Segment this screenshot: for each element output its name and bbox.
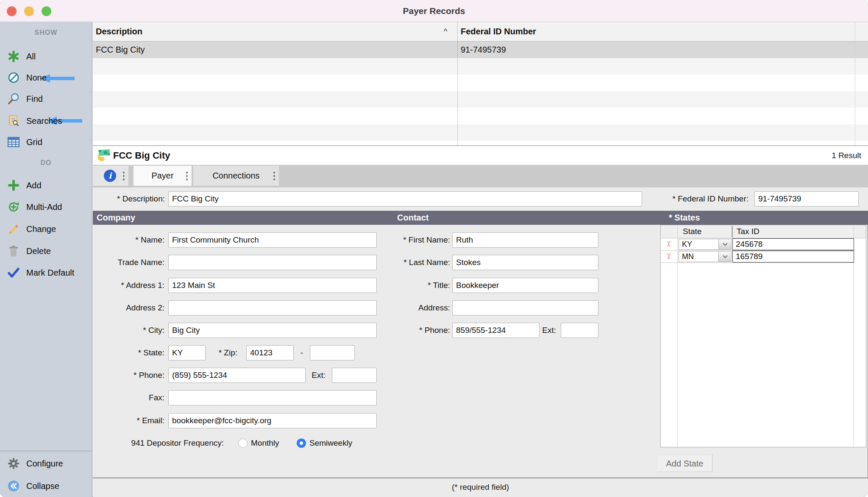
- sidebar-item-grid[interactable]: Grid: [0, 134, 92, 151]
- description-label: * Description:: [97, 191, 165, 207]
- sidebar-item-multi-add[interactable]: Multi-Add: [0, 198, 92, 215]
- states-table-header: State Tax ID: [661, 225, 866, 238]
- sidebar-divider: [0, 451, 92, 451]
- chevron-down-icon: [718, 239, 731, 249]
- tab-payer[interactable]: Payer: [134, 166, 192, 186]
- search-icon: [6, 92, 21, 106]
- radio-monthly[interactable]: [238, 438, 248, 448]
- radio-semiweekly[interactable]: [297, 438, 306, 448]
- sidebar-item-label: Mark Default: [26, 268, 74, 278]
- state-select-value: KY: [679, 239, 718, 249]
- zip-input[interactable]: [246, 345, 294, 360]
- asterisk-icon: [6, 49, 21, 64]
- company-ext-input[interactable]: [332, 368, 377, 383]
- sidebar-item-label: All: [26, 52, 36, 61]
- column-divider[interactable]: [457, 22, 458, 145]
- cell-federal-id: 91-7495739: [461, 42, 506, 58]
- address2-input[interactable]: [168, 300, 377, 316]
- none-icon: [6, 70, 21, 85]
- tax-id-input[interactable]: [732, 238, 854, 250]
- collapse-icon: [6, 479, 21, 493]
- sidebar-item-label: Grid: [26, 137, 42, 147]
- remove-state-icon[interactable]: ✂: [664, 251, 674, 262]
- results-table-header: Description ^ Federal ID Number: [93, 22, 868, 42]
- tax-id-input[interactable]: [732, 251, 854, 262]
- address2-label: Address 2:: [97, 300, 164, 316]
- add-state-button[interactable]: Add State: [657, 455, 712, 472]
- contact-ext-input[interactable]: [561, 323, 598, 338]
- sidebar-item-configure[interactable]: Configure: [0, 455, 92, 472]
- sidebar-item-change[interactable]: Change: [0, 221, 92, 237]
- cell-description: FCC Big City: [96, 42, 145, 58]
- remove-state-icon[interactable]: ✂: [664, 239, 674, 250]
- sidebar-item-label: Searches: [26, 116, 62, 126]
- depositor-frequency-label: 941 Depositor Frequency:: [97, 436, 224, 451]
- zip-plus4-input[interactable]: [310, 345, 355, 360]
- payer-records-window: Payer Records SHOW All None Find: [0, 0, 868, 497]
- table-empty-rows: [93, 58, 868, 145]
- sidebar-item-collapse[interactable]: Collapse: [0, 477, 92, 494]
- address1-label: * Address 1:: [97, 278, 164, 293]
- contact-phone-input[interactable]: [452, 323, 540, 338]
- money-in-hand-icon: [97, 149, 111, 162]
- address1-input[interactable]: [168, 278, 377, 293]
- state-row: ✂ KY: [661, 238, 854, 251]
- states-column-taxid: Tax ID: [737, 225, 760, 238]
- federal-id-input[interactable]: [754, 191, 859, 207]
- fax-input[interactable]: [168, 390, 377, 405]
- zip-label: * Zip:: [196, 345, 237, 360]
- sidebar-item-label: Find: [26, 94, 43, 104]
- plus-icon: [6, 178, 21, 193]
- sidebar-do-header: DO: [0, 159, 92, 167]
- contact-ext-label: Ext:: [538, 323, 556, 338]
- states-column-state: State: [683, 225, 701, 238]
- trade-name-input[interactable]: [168, 255, 377, 270]
- email-input[interactable]: [168, 413, 377, 428]
- first-name-input[interactable]: [452, 232, 598, 248]
- record-info-segment: i: [93, 166, 128, 186]
- sidebar-item-none[interactable]: None: [0, 69, 92, 86]
- email-label: * Email:: [97, 413, 164, 428]
- sidebar-item-mark-default[interactable]: Mark Default: [0, 264, 92, 281]
- city-input[interactable]: [168, 323, 377, 338]
- sidebar: SHOW All None Find Searches: [0, 22, 92, 497]
- last-name-input[interactable]: [452, 255, 598, 270]
- tab-bar: i Payer Connections: [93, 166, 868, 187]
- title-input[interactable]: [452, 278, 598, 293]
- sidebar-item-all[interactable]: All: [0, 48, 92, 65]
- state-row: ✂ MN: [661, 251, 854, 263]
- required-field-note: (* required field): [452, 483, 509, 491]
- sort-ascending-icon[interactable]: ^: [444, 22, 447, 41]
- drag-handle-icon: [123, 172, 125, 180]
- sidebar-show-header: SHOW: [0, 29, 92, 36]
- sidebar-item-find[interactable]: Find: [0, 90, 92, 107]
- check-icon: [6, 265, 21, 280]
- drag-handle-icon: [186, 172, 188, 180]
- record-header: FCC Big City 1 Result: [93, 146, 868, 165]
- state-select[interactable]: MN: [679, 251, 732, 262]
- table-row-selected[interactable]: FCC Big City 91-7495739: [93, 42, 868, 58]
- window-title: Payer Records: [0, 0, 868, 22]
- fax-label: Fax:: [97, 390, 164, 405]
- column-header-description[interactable]: Description: [96, 22, 142, 41]
- sidebar-item-add[interactable]: Add: [0, 177, 92, 194]
- column-header-federal-id[interactable]: Federal ID Number: [461, 22, 536, 41]
- tab-connections[interactable]: Connections: [193, 166, 279, 186]
- drag-handle-icon: [273, 172, 275, 180]
- sidebar-item-label: Collapse: [26, 481, 59, 491]
- description-input[interactable]: [168, 191, 642, 207]
- sidebar-item-label: Multi-Add: [26, 202, 62, 212]
- searches-icon: [6, 114, 21, 128]
- info-icon[interactable]: i: [104, 170, 116, 182]
- contact-address-input[interactable]: [452, 300, 598, 316]
- result-count: 1 Result: [832, 146, 861, 165]
- company-name-input[interactable]: [168, 232, 377, 248]
- sidebar-item-searches[interactable]: Searches: [0, 112, 92, 129]
- sidebar-item-delete[interactable]: Delete: [0, 243, 92, 260]
- scrollbar-gutter[interactable]: [855, 22, 855, 145]
- company-phone-input[interactable]: [168, 368, 306, 383]
- contact-phone-label: * Phone:: [390, 323, 450, 338]
- state-select-value: MN: [679, 251, 718, 262]
- state-select[interactable]: KY: [679, 239, 732, 250]
- states-table: State Tax ID ✂ KY ✂ MN: [660, 225, 866, 447]
